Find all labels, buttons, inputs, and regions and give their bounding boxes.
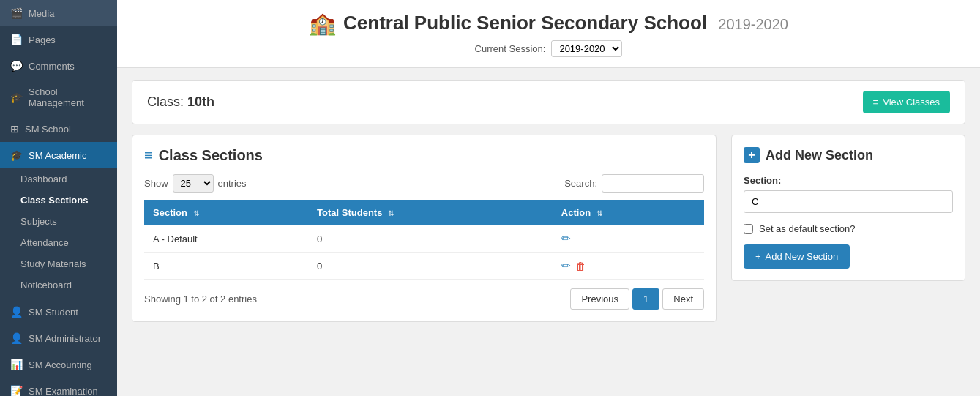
show-entries: Show 25 10 50 100 entries <box>144 174 247 193</box>
sidebar-sub-noticeboard[interactable]: Noticeboard <box>0 274 117 296</box>
add-new-section-button[interactable]: + Add New Section <box>744 244 850 269</box>
table-row: A - Default 0 ✏ <box>144 225 704 253</box>
class-bar: Class: 10th ≡ View Classes <box>132 80 965 124</box>
sm-school-icon: ⊞ <box>10 123 19 135</box>
col-action: Action ⇅ <box>553 200 704 225</box>
sidebar-sub-subjects[interactable]: Subjects <box>0 211 117 232</box>
lower-section: ≡ Class Sections Show 25 10 50 100 entri… <box>132 135 965 322</box>
main-content: 🏫 Central Public Senior Secondary School… <box>117 0 980 396</box>
sort-icon-section: ⇅ <box>193 209 199 217</box>
sidebar-item-sm-administrator[interactable]: 👤 SM Administrator <box>0 325 117 351</box>
pages-icon: 📄 <box>10 34 23 45</box>
default-section-label: Set as default section? <box>759 223 856 234</box>
class-label: Class: 10th <box>147 94 214 110</box>
table-footer: Showing 1 to 2 of 2 entries Previous 1 N… <box>144 288 704 310</box>
section-name-cell: A - Default <box>144 225 308 253</box>
col-total-students: Total Students ⇅ <box>308 200 553 225</box>
session-row: Current Session: 2019-20202018-20192020-… <box>475 40 623 57</box>
sidebar: 🎬 Media 📄 Pages 💬 Comments 🎓 School Mana… <box>0 0 117 396</box>
sm-accounting-icon: 📊 <box>10 359 23 370</box>
btn-plus-icon: + <box>755 251 761 262</box>
sidebar-sub-attendance[interactable]: Attendance <box>0 232 117 253</box>
comments-icon: 💬 <box>10 60 23 72</box>
add-panel-title: + Add New Section <box>744 147 953 163</box>
media-icon: 🎬 <box>10 7 23 19</box>
previous-button[interactable]: Previous <box>570 288 629 310</box>
next-button[interactable]: Next <box>662 288 704 310</box>
search-box: Search: <box>564 174 704 193</box>
sm-examination-icon: 📝 <box>10 385 23 396</box>
layers-icon: ≡ <box>873 97 879 108</box>
plus-icon: + <box>744 147 760 163</box>
sidebar-item-sm-student[interactable]: 👤 SM Student <box>0 299 117 325</box>
panel-title: ≡ Class Sections <box>144 147 704 164</box>
section-label: Section: <box>744 175 953 186</box>
page-1-button[interactable]: 1 <box>632 288 659 310</box>
add-section-panel: + Add New Section Section: Set as defaul… <box>731 135 965 281</box>
section-input[interactable] <box>744 190 953 213</box>
sort-icon-students: ⇅ <box>388 209 394 217</box>
sidebar-item-school-management[interactable]: 🎓 School Management <box>0 79 117 116</box>
col-section: Section ⇅ <box>144 200 308 225</box>
action-cell: ✏ 🗑 <box>553 253 704 280</box>
showing-text: Showing 1 to 2 of 2 entries <box>144 294 257 305</box>
edit-icon-2[interactable]: ✏ <box>561 259 571 272</box>
sidebar-item-sm-examination[interactable]: 📝 SM Examination <box>0 378 117 396</box>
header-title: 🏫 Central Public Senior Secondary School… <box>309 10 788 36</box>
school-management-icon: 🎓 <box>10 91 23 103</box>
table-row: B 0 ✏ 🗑 <box>144 253 704 280</box>
sections-table: Section ⇅ Total Students ⇅ Action ⇅ <box>144 200 704 280</box>
session-select[interactable]: 2019-20202018-20192020-2021 <box>551 40 622 57</box>
sidebar-sub-dashboard[interactable]: Dashboard <box>0 168 117 190</box>
default-section-row: Set as default section? <box>744 223 953 234</box>
total-students-cell: 0 <box>308 225 553 253</box>
sidebar-item-sm-accounting[interactable]: 📊 SM Accounting <box>0 351 117 378</box>
default-section-checkbox[interactable] <box>744 224 753 234</box>
section-name-cell: B <box>144 253 308 280</box>
table-panel: ≡ Class Sections Show 25 10 50 100 entri… <box>132 135 717 322</box>
pagination: Previous 1 Next <box>570 288 704 310</box>
school-name: Central Public Senior Secondary School 2… <box>343 12 788 34</box>
sidebar-item-comments[interactable]: 💬 Comments <box>0 53 117 79</box>
total-students-cell: 0 <box>308 253 553 280</box>
edit-icon[interactable]: ✏ <box>561 232 571 245</box>
entries-select[interactable]: 25 10 50 100 <box>173 174 214 193</box>
sidebar-item-media[interactable]: 🎬 Media <box>0 0 117 26</box>
delete-icon[interactable]: 🗑 <box>575 260 586 272</box>
layers-icon-2: ≡ <box>144 147 153 164</box>
search-input[interactable] <box>602 174 704 193</box>
school-icon: 🏫 <box>309 10 336 36</box>
action-icons: ✏ 🗑 <box>561 259 695 272</box>
table-controls: Show 25 10 50 100 entries Search: <box>144 174 704 193</box>
section-form-group: Section: <box>744 175 953 213</box>
action-cell: ✏ <box>553 225 704 253</box>
sm-administrator-icon: 👤 <box>10 332 23 344</box>
header: 🏫 Central Public Senior Secondary School… <box>117 0 980 68</box>
action-icons: ✏ <box>561 232 695 245</box>
sort-icon-action: ⇅ <box>596 209 602 217</box>
sidebar-item-sm-school[interactable]: ⊞ SM School <box>0 116 117 142</box>
sidebar-sub-study-materials[interactable]: Study Materials <box>0 253 117 274</box>
sidebar-item-sm-academic[interactable]: 🎓 SM Academic <box>0 142 117 168</box>
sm-student-icon: 👤 <box>10 306 23 318</box>
sidebar-item-pages[interactable]: 📄 Pages <box>0 26 117 53</box>
sidebar-sub-class-sections[interactable]: Class Sections <box>0 190 117 211</box>
content-area: Class: 10th ≡ View Classes ≡ Class Secti… <box>117 68 980 396</box>
sm-academic-icon: 🎓 <box>10 149 23 161</box>
view-classes-button[interactable]: ≡ View Classes <box>863 91 950 113</box>
